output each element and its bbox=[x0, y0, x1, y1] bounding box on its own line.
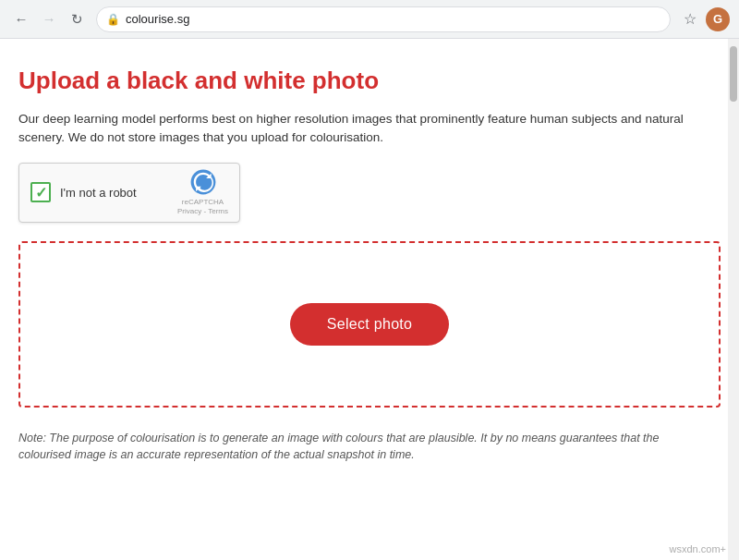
description-text: Our deep learning model performs best on… bbox=[18, 110, 684, 148]
recaptcha-logo-icon bbox=[189, 168, 217, 196]
scrollbar[interactable] bbox=[728, 39, 739, 560]
page-content: Upload a black and white photo Our deep … bbox=[0, 39, 739, 560]
scrollbar-thumb[interactable] bbox=[730, 46, 737, 102]
forward-button[interactable]: → bbox=[37, 7, 61, 31]
toolbar-right: ☆ G bbox=[678, 7, 730, 31]
captcha-box[interactable]: ✓ I'm not a robot reCAPTCHA Privacy - Te… bbox=[18, 163, 240, 223]
captcha-brand-top: reCAPTCHA bbox=[177, 198, 228, 207]
bookmark-button[interactable]: ☆ bbox=[678, 7, 702, 31]
url-text: colourise.sg bbox=[126, 12, 189, 26]
captcha-checkbox[interactable]: ✓ bbox=[30, 182, 51, 202]
captcha-checkmark: ✓ bbox=[35, 184, 47, 201]
avatar-initial: G bbox=[713, 12, 722, 26]
captcha-logo-area: reCAPTCHA Privacy - Terms bbox=[177, 168, 228, 217]
select-photo-button[interactable]: Select photo bbox=[290, 303, 450, 346]
browser-toolbar: ← → ↻ 🔒 colourise.sg ☆ G bbox=[0, 0, 739, 39]
watermark: wsxdn.com+ bbox=[670, 543, 726, 554]
page-title: Upload a black and white photo bbox=[18, 67, 721, 95]
reload-button[interactable]: ↻ bbox=[65, 7, 89, 31]
nav-buttons: ← → ↻ bbox=[9, 7, 89, 31]
drop-zone[interactable]: Select photo bbox=[18, 241, 721, 408]
address-bar[interactable]: 🔒 colourise.sg bbox=[96, 6, 671, 32]
user-avatar[interactable]: G bbox=[706, 7, 730, 31]
captcha-label: I'm not a robot bbox=[60, 186, 168, 200]
captcha-brand-bottom: Privacy - Terms bbox=[177, 207, 228, 216]
browser-window: ← → ↻ 🔒 colourise.sg ☆ G Upload a black … bbox=[0, 0, 739, 560]
lock-icon: 🔒 bbox=[106, 13, 120, 26]
note-text: Note: The purpose of colourisation is to… bbox=[18, 430, 684, 465]
back-button[interactable]: ← bbox=[9, 7, 33, 31]
captcha-brand-text: reCAPTCHA Privacy - Terms bbox=[177, 198, 228, 217]
